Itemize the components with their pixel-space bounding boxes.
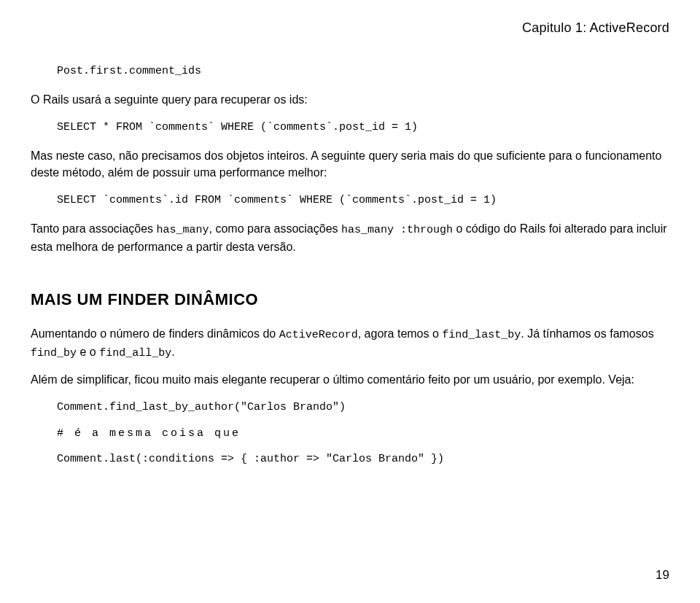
text-span: .	[171, 346, 174, 358]
code-activerecord: ActiveRecord	[279, 329, 358, 341]
paragraph-4: Aumentando o número de finders dinâmicos…	[31, 325, 669, 362]
paragraph-3: Tanto para associações has_many, como pa…	[31, 220, 669, 255]
code-block-post-first: Post.first.comment_ids	[57, 63, 669, 79]
code-has-many-through: has_many :through	[341, 224, 453, 236]
document-page: Capitulo 1: ActiveRecord Post.first.comm…	[0, 0, 700, 499]
page-number: 19	[656, 568, 669, 583]
text-span: , agora temos o	[358, 327, 443, 340]
code-find-by: find_by	[31, 347, 77, 359]
paragraph-2: Mas neste caso, não precisamos dos objet…	[31, 147, 669, 181]
code-has-many-1: has_many	[157, 224, 209, 236]
chapter-header: Capitulo 1: ActiveRecord	[31, 20, 669, 36]
code-block-sql-1: SELECT * FROM `comments` WHERE (`comment…	[57, 120, 669, 136]
paragraph-5: Além de simplificar, ficou muito mais el…	[31, 371, 669, 388]
code-comment: # é a mesma coisa que	[57, 427, 669, 440]
code-block-ruby-1: Comment.find_last_by_author("Carlos Bran…	[57, 400, 669, 416]
code-find-last-by: find_last_by	[442, 329, 521, 341]
text-span: Aumentando o número de finders dinâmicos…	[31, 327, 279, 340]
code-block-sql-2: SELECT `comments`.id FROM `comments` WHE…	[57, 192, 669, 209]
text-span: , como para associações	[209, 222, 341, 235]
text-span: e o	[77, 346, 99, 358]
text-span: Tanto para associações	[31, 222, 157, 235]
text-span: . Já tínhamos os famosos	[521, 327, 653, 340]
code-find-all-by: find_all_by	[99, 347, 171, 359]
paragraph-1: O Rails usará a seguinte query para recu…	[31, 91, 669, 108]
code-block-ruby-2: Comment.last(:conditions => { :author =>…	[57, 451, 669, 467]
section-heading-finder: MAIS UM FINDER DINÂMICO	[31, 290, 669, 309]
